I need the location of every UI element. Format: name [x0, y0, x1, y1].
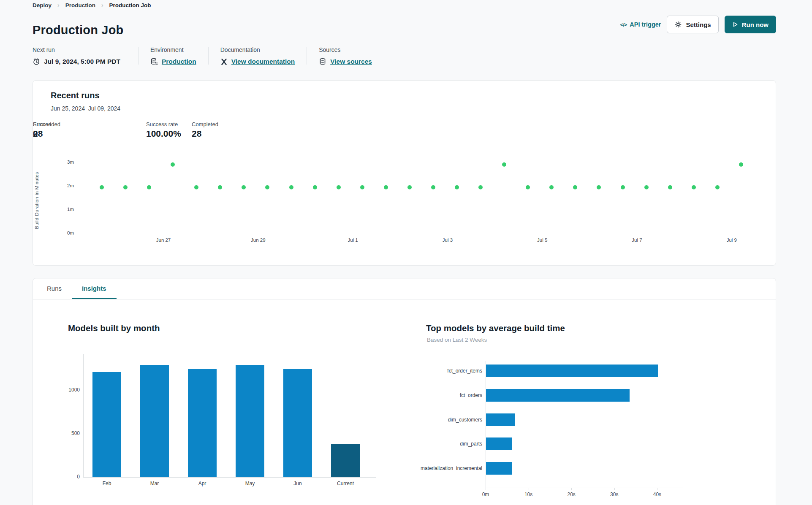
settings-label: Settings	[686, 21, 711, 28]
header-actions: </> API trigger Settings Run now	[620, 15, 776, 34]
scatter-point	[171, 162, 175, 167]
x-axis-line	[486, 488, 683, 488]
run-now-button[interactable]: Run now	[725, 16, 776, 33]
scatter-point	[621, 185, 625, 189]
next-run-label: Next run	[33, 46, 120, 53]
x-axis-tick-mark	[657, 488, 657, 490]
x-axis-tick-label: Jul 9	[717, 238, 747, 243]
scatter-point	[289, 185, 293, 189]
breadcrumb-production[interactable]: Production	[65, 2, 95, 8]
x-axis-tick-label: 0m	[476, 491, 495, 497]
scatter-point	[194, 185, 198, 189]
api-trigger-link[interactable]: </> API trigger	[620, 21, 661, 28]
database-gear-icon	[150, 58, 158, 65]
database-icon	[319, 58, 326, 65]
scatter-point	[147, 185, 151, 189]
view-documentation-link[interactable]: View documentation	[231, 58, 295, 65]
x-axis-tick-mark	[571, 488, 572, 490]
scatter-point	[407, 185, 412, 189]
run-now-label: Run now	[742, 21, 769, 28]
x-axis-tick-mark	[486, 488, 486, 490]
scatter-point	[597, 185, 601, 189]
top-models-chart: fct_order_itemsfct_ordersdim_customersdi…	[33, 278, 776, 505]
environment-label: Environment	[150, 46, 196, 53]
bar	[486, 462, 512, 475]
y-axis-title: Build Duration in Minutes	[34, 160, 39, 240]
scatter-point	[478, 185, 483, 189]
environment-link[interactable]: Production	[162, 58, 196, 65]
bar	[486, 437, 512, 450]
scatter-point	[123, 185, 128, 189]
x-axis-tick-mark	[614, 488, 615, 490]
bar	[486, 389, 630, 402]
x-axis-tick-label: 40s	[648, 491, 666, 497]
y-axis-tick-label: 0m	[50, 230, 74, 235]
row-label: fct_orders	[356, 392, 482, 398]
x-axis-tick-label: Jul 7	[622, 238, 652, 243]
recent-runs-card: Recent runs Jun 25, 2024–Jul 09, 2024 Su…	[33, 80, 776, 266]
documentation-label: Documentation	[220, 46, 295, 53]
bar	[486, 365, 658, 377]
scatter-point	[313, 185, 317, 189]
breadcrumb-separator-icon: ›	[101, 2, 103, 8]
y-axis-line	[77, 160, 77, 234]
scatter-point	[573, 185, 577, 189]
code-icon: </>	[620, 22, 627, 28]
scatter-point	[455, 185, 459, 189]
api-trigger-label: API trigger	[630, 21, 661, 28]
row-label: dim_parts	[356, 441, 482, 447]
y-axis-tick-label: 2m	[50, 183, 74, 188]
breadcrumb-deploy[interactable]: Deploy	[33, 2, 52, 8]
play-icon	[732, 22, 738, 27]
view-sources-link[interactable]: View sources	[330, 58, 372, 65]
scatter-point	[739, 162, 743, 167]
scatter-point	[337, 185, 341, 189]
scatter-point	[549, 185, 554, 189]
scatter-point	[218, 185, 222, 189]
x-axis-tick-label: 30s	[605, 491, 624, 497]
breadcrumb-separator-icon: ›	[57, 2, 60, 8]
job-meta-row: Next run Jul 9, 2024, 5:00 PM PDT Enviro…	[33, 46, 384, 65]
next-run-value: Jul 9, 2024, 5:00 PM PDT	[44, 58, 120, 65]
clock-icon	[33, 58, 40, 65]
x-axis-tick-label: 10s	[519, 491, 538, 497]
meta-environment: Environment	[139, 46, 208, 65]
x-axis-tick-label: Jul 3	[433, 238, 462, 243]
breadcrumb-current: Production Job	[109, 2, 151, 8]
gear-icon	[674, 21, 682, 28]
scatter-point	[692, 185, 696, 189]
meta-next-run: Next run Jul 9, 2024, 5:00 PM PDT	[33, 46, 138, 65]
build-duration-chart: Build Duration in Minutes 0m1m2m3mJun 27…	[33, 81, 776, 265]
insights-card: Runs Insights Models built by month Top …	[33, 278, 776, 505]
row-label: dim_customers	[356, 417, 482, 423]
breadcrumb: Deploy › Production › Production Job	[33, 2, 151, 8]
scatter-point	[265, 185, 269, 189]
y-axis-tick-label: 3m	[50, 159, 74, 165]
meta-sources: Sources View sources	[307, 46, 384, 65]
x-axis-tick-label: Jun 27	[149, 238, 178, 243]
x-axis-tick-label: Jul 1	[338, 238, 368, 243]
sources-label: Sources	[319, 46, 372, 53]
scatter-point	[502, 162, 506, 167]
scatter-point	[242, 185, 246, 189]
page: Deploy › Production › Production Job Pro…	[0, 0, 812, 505]
page-title: Production Job	[33, 23, 123, 37]
scatter-point	[431, 185, 435, 189]
scatter-point	[360, 185, 364, 189]
x-axis-line	[77, 234, 760, 234]
scatter-point	[668, 185, 672, 189]
scatter-point	[715, 185, 720, 189]
x-axis-tick-label: Jul 5	[527, 238, 557, 243]
dbt-docs-icon	[220, 58, 228, 65]
meta-documentation: Documentation View documentation	[209, 46, 307, 65]
x-axis-tick-label: Jun 29	[243, 238, 273, 243]
row-label: materialization_incremental	[356, 465, 482, 471]
scatter-point	[100, 185, 104, 189]
settings-button[interactable]: Settings	[667, 16, 718, 33]
scatter-point	[384, 185, 388, 189]
scatter-point	[644, 185, 649, 189]
x-axis-tick-mark	[529, 488, 529, 490]
y-axis-tick-label: 1m	[50, 207, 74, 212]
bar	[486, 413, 515, 426]
row-label: fct_order_items	[356, 368, 482, 374]
